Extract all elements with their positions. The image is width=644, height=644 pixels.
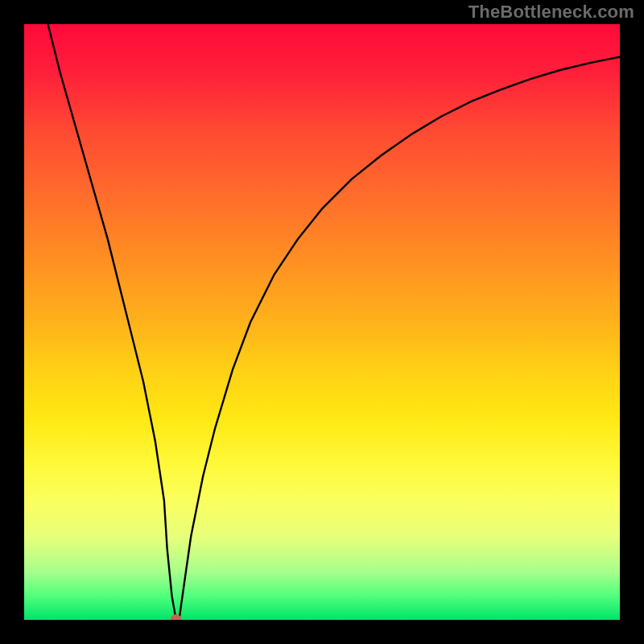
curve-svg: [24, 24, 620, 620]
plot-area: [24, 24, 620, 620]
watermark-text: TheBottleneck.com: [469, 2, 634, 23]
bottleneck-curve: [48, 24, 620, 620]
chart-frame: TheBottleneck.com: [0, 0, 644, 644]
